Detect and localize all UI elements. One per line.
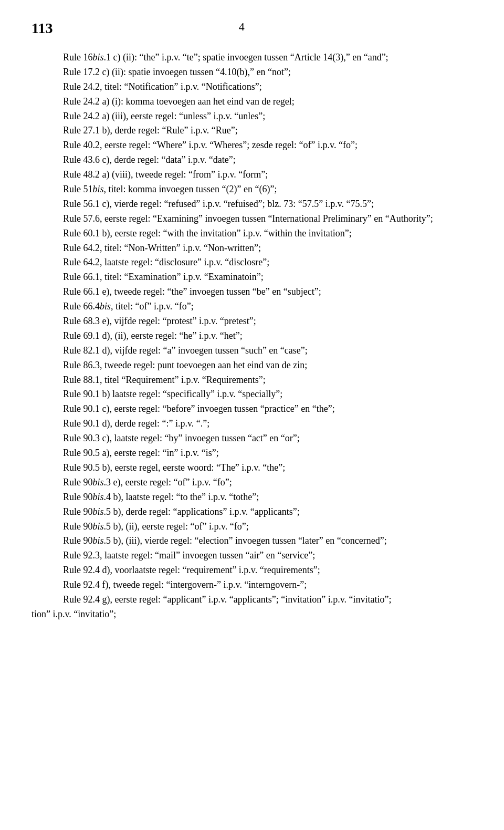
line29: Rule 90.5 b), eerste regel, eerste woord…	[63, 461, 472, 475]
line17: Rule 66.1 e), tweede regel: “the” invoeg…	[63, 285, 472, 299]
line9: Rule 48.2 a) (viii), tweede regel: “from…	[63, 168, 472, 182]
line12: Rule 57.6, eerste regel: “Examining” inv…	[32, 212, 472, 226]
line13: Rule 60.1 b), eerste regel: “with the in…	[32, 226, 472, 241]
line30: Rule 90bis.3 e), eerste regel: “of” i.p.…	[63, 475, 472, 490]
line5: Rule 24.2 a) (iii), eerste regel: “unles…	[63, 109, 472, 124]
line26: Rule 90.1 d), derde regel: “:” i.p.v. “.…	[63, 417, 472, 431]
main-content: Rule 16bis.1 c) (ii): “the” i.p.v. “te”;…	[32, 50, 472, 622]
line23: Rule 88.1, titel “Requirement” i.p.v. “R…	[63, 373, 472, 388]
line31: Rule 90bis.4 b), laatste regel: “to the”…	[63, 490, 472, 505]
line10: Rule 51bis, titel: komma invoegen tussen…	[63, 182, 472, 197]
line33: Rule 90bis.5 b), (ii), eerste regel: “of…	[63, 520, 472, 534]
line14: Rule 64.2, titel: “Non-Written” i.p.v. “…	[63, 241, 472, 256]
line27: Rule 90.3 c), laatste regel: “by” invoeg…	[63, 431, 472, 446]
line18: Rule 66.4bis, titel: “of” i.p.v. “fo”;	[63, 299, 472, 314]
line20: Rule 69.1 d), (ii), eerste regel: “he” i…	[63, 329, 472, 344]
line21: Rule 82.1 d), vijfde regel: “a” invoegen…	[63, 344, 472, 358]
line4: Rule 24.2 a) (i): komma toevoegen aan he…	[63, 95, 472, 109]
line8: Rule 43.6 c), derde regel: “data” i.p.v.…	[63, 153, 472, 168]
line32: Rule 90bis.5 b), derde regel: “applicati…	[63, 505, 472, 520]
line28: Rule 90.5 a), eerste regel: “in” i.p.v. …	[63, 446, 472, 461]
line2: Rule 17.2 c) (ii): spatie invoegen tusse…	[63, 65, 472, 80]
line16: Rule 66.1, titel: “Examination” i.p.v. “…	[63, 270, 472, 285]
line24: Rule 90.1 b) laatste regel: “specificall…	[63, 387, 472, 402]
line34: Rule 90bis.5 b), (iii), vierde regel: “e…	[32, 534, 472, 548]
line39: tion” i.p.v. “invitatio”;	[32, 607, 472, 622]
line7: Rule 40.2, eerste regel: “Where” i.p.v. …	[63, 138, 472, 153]
page-header: 113 4	[32, 21, 472, 36]
line1: Rule 16bis.1 c) (ii): “the” i.p.v. “te”;…	[63, 50, 472, 65]
line38: Rule 92.4 g), eerste regel: “applicant” …	[32, 593, 472, 607]
line3: Rule 24.2, titel: “Notification” i.p.v. …	[63, 80, 472, 95]
line25: Rule 90.1 c), eerste regel: “before” inv…	[32, 402, 472, 417]
line19: Rule 68.3 e), vijfde regel: “protest” i.…	[63, 314, 472, 329]
line15: Rule 64.2, laatste regel: “disclosure” i…	[63, 255, 472, 270]
line35: Rule 92.3, laatste regel: “mail” invoege…	[63, 548, 472, 563]
line36: Rule 92.4 d), voorlaatste regel: “requir…	[63, 563, 472, 578]
page-number-center: 4	[239, 21, 287, 33]
line22: Rule 86.3, tweede regel: punt toevoegen …	[63, 358, 472, 373]
line37: Rule 92.4 f), tweede regel: “intergovern…	[63, 578, 472, 593]
line11: Rule 56.1 c), vierde regel: “refused” i.…	[63, 197, 472, 212]
page-number-left: 113	[32, 21, 52, 36]
line6: Rule 27.1 b), derde regel: “Rule” i.p.v.…	[63, 123, 472, 138]
